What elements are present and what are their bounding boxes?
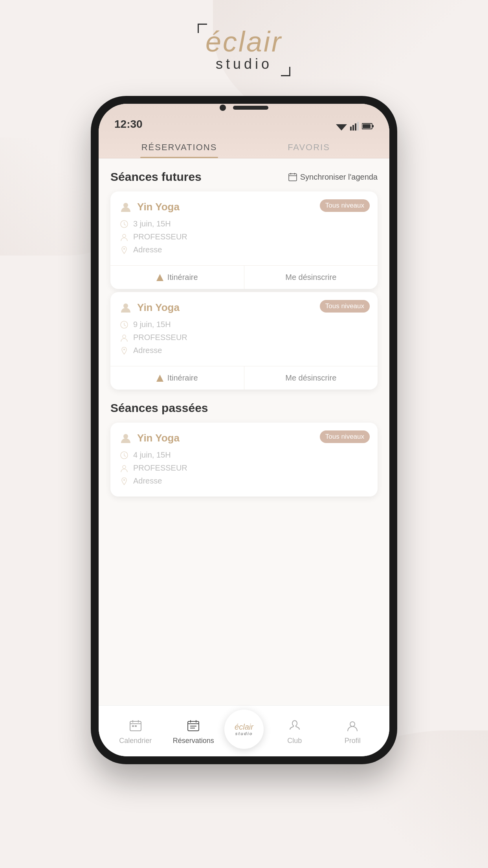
- svg-rect-4: [357, 122, 359, 131]
- svg-marker-0: [336, 124, 347, 131]
- past-session-card-body-1: Tous niveaux Yin Yoga: [110, 423, 378, 497]
- club-nav-icon: [288, 719, 301, 732]
- nav-item-calendrier[interactable]: Calendrier: [106, 717, 165, 745]
- nav-center-studio-text: studio: [235, 731, 253, 736]
- battery-icon: [362, 123, 374, 130]
- svg-rect-8: [289, 174, 297, 181]
- past-person-icon-1: [120, 432, 132, 444]
- svg-marker-25: [156, 375, 163, 382]
- svg-point-23: [123, 335, 126, 338]
- session-card-body-2: Tous niveaux Yin Yoga: [110, 292, 378, 366]
- level-badge-2: Tous niveaux: [320, 300, 370, 313]
- nav-center-logo-btn[interactable]: éclair studio: [224, 710, 264, 749]
- svg-rect-6: [363, 124, 371, 128]
- session-card-body-1: Tous niveaux Yin Yoga: [110, 191, 378, 265]
- logo-box: éclair studio: [198, 24, 290, 76]
- clock-icon-1: [120, 220, 128, 228]
- teacher-icon-1: [120, 233, 128, 241]
- wifi-icon: [336, 122, 347, 131]
- notch-camera: [220, 105, 226, 111]
- svg-point-24: [123, 349, 125, 350]
- svg-line-22: [124, 325, 126, 326]
- session-date-text-1: 3 juin, 15H: [133, 219, 171, 228]
- svg-point-19: [123, 303, 128, 308]
- svg-point-26: [123, 434, 128, 439]
- svg-point-16: [123, 234, 126, 237]
- past-session-1: Tous niveaux Yin Yoga: [110, 423, 378, 497]
- session-address-text-2: Adresse: [133, 346, 162, 355]
- itinerary-btn-1[interactable]: Itinéraire: [110, 266, 244, 289]
- person-icon-2: [120, 302, 132, 314]
- bracket-br: [281, 67, 290, 76]
- calendar-icon: [288, 173, 297, 181]
- past-session-date-1: 4 juin, 15H: [120, 451, 368, 460]
- nav-icon-wrap-club: [286, 717, 303, 734]
- past-clock-icon-1: [120, 451, 128, 460]
- phone-screen: 12:30 RÉSERVA: [99, 104, 389, 756]
- profil-nav-icon: [346, 719, 359, 732]
- status-icons: [336, 122, 374, 131]
- nav-center-logo-text: éclair: [235, 723, 253, 731]
- bottom-nav: Calendrier Réservations é: [99, 705, 389, 756]
- sync-agenda-btn[interactable]: Synchroniser l'agenda: [288, 173, 378, 182]
- svg-line-29: [124, 456, 126, 456]
- tab-favoris[interactable]: FAVORIS: [244, 135, 374, 158]
- svg-rect-2: [352, 125, 354, 131]
- signal-icon: [350, 122, 359, 131]
- nav-label-club: Club: [287, 737, 302, 745]
- nav-item-reservations[interactable]: Réservations: [165, 717, 223, 745]
- nav-arrow-icon-1: [156, 274, 163, 281]
- tab-reservations[interactable]: RÉSERVATIONS: [114, 135, 244, 158]
- svg-point-12: [123, 203, 128, 208]
- nav-label-reservations: Réservations: [173, 737, 214, 745]
- logo-area: éclair studio: [198, 24, 290, 76]
- clock-icon-2: [120, 320, 128, 329]
- svg-rect-7: [372, 125, 374, 127]
- future-section-title: Séances futures: [110, 170, 202, 184]
- svg-rect-1: [350, 127, 352, 131]
- main-content: Séances futures Synchroniser l'agenda To…: [99, 158, 389, 705]
- past-level-badge-1: Tous niveaux: [320, 430, 370, 443]
- person-icon-1: [120, 201, 132, 213]
- svg-point-17: [123, 248, 125, 250]
- session-teacher-1: PROFESSEUR: [120, 232, 368, 241]
- nav-icon-wrap-profil: [344, 717, 361, 734]
- nav-item-center[interactable]: éclair studio: [222, 710, 266, 753]
- level-badge-1: Tous niveaux: [320, 199, 370, 212]
- nav-label-profil: Profil: [345, 737, 361, 745]
- nav-item-profil[interactable]: Profil: [324, 717, 382, 745]
- svg-line-15: [124, 224, 126, 225]
- nav-icon-wrap-cal: [127, 717, 144, 734]
- logo-studio: studio: [205, 56, 283, 72]
- svg-marker-18: [156, 274, 163, 281]
- past-teacher-icon-1: [120, 464, 128, 473]
- teacher-icon-2: [120, 333, 128, 342]
- session-name-text-1: Yin Yoga: [137, 201, 180, 213]
- past-location-icon-1: [120, 477, 128, 485]
- unsubscribe-btn-1[interactable]: Me désinscrire: [244, 266, 378, 289]
- session-teacher-text-1: PROFESSEUR: [133, 232, 187, 241]
- reservations-nav-icon: [187, 719, 200, 732]
- future-section-header: Séances futures Synchroniser l'agenda: [110, 170, 378, 184]
- session-teacher-2: PROFESSEUR: [120, 333, 368, 342]
- svg-point-30: [123, 465, 126, 469]
- future-session-2: Tous niveaux Yin Yoga: [110, 292, 378, 390]
- itinerary-btn-2[interactable]: Itinéraire: [110, 366, 244, 390]
- location-icon-2: [120, 346, 128, 355]
- past-session-address-text-1: Adresse: [133, 476, 162, 485]
- future-session-1: Tous niveaux Yin Yoga: [110, 191, 378, 289]
- session-address-text-1: Adresse: [133, 245, 162, 254]
- session-actions-1: Itinéraire Me désinscrire: [110, 265, 378, 289]
- session-actions-2: Itinéraire Me désinscrire: [110, 366, 378, 390]
- svg-point-31: [123, 479, 125, 481]
- svg-rect-36: [132, 725, 134, 727]
- unsubscribe-btn-2[interactable]: Me désinscrire: [244, 366, 378, 390]
- nav-item-club[interactable]: Club: [266, 717, 324, 745]
- session-date-2: 9 juin, 15H: [120, 320, 368, 329]
- location-icon-1: [120, 246, 128, 254]
- past-session-teacher-1: PROFESSEUR: [120, 463, 368, 473]
- logo-eclair: éclair: [205, 28, 283, 56]
- status-time: 12:30: [114, 118, 143, 131]
- session-address-1: Adresse: [120, 245, 368, 254]
- svg-point-44: [350, 722, 355, 726]
